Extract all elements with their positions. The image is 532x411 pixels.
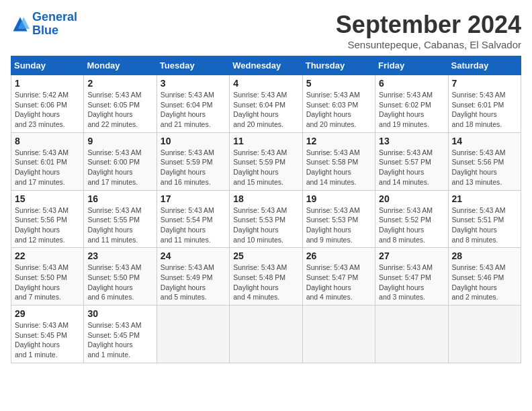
day-detail: Sunrise: 5:43 AM Sunset: 5:56 PM Dayligh… — [15, 205, 80, 245]
day-detail: Sunrise: 5:42 AM Sunset: 6:06 PM Dayligh… — [15, 90, 80, 130]
day-number: 4 — [233, 78, 298, 89]
day-detail: Sunrise: 5:43 AM Sunset: 5:49 PM Dayligh… — [161, 263, 226, 302]
header-tuesday: Tuesday — [157, 56, 229, 75]
day-detail: Sunrise: 5:43 AM Sunset: 5:47 PM Dayligh… — [306, 263, 371, 302]
day-detail: Sunrise: 5:43 AM Sunset: 6:03 PM Dayligh… — [306, 90, 371, 130]
day-number: 21 — [452, 193, 517, 204]
calendar-day-cell: 6 Sunrise: 5:43 AM Sunset: 6:02 PM Dayli… — [375, 75, 448, 133]
day-number: 14 — [452, 136, 517, 146]
day-detail: Sunrise: 5:43 AM Sunset: 5:59 PM Dayligh… — [161, 148, 226, 187]
day-number: 27 — [379, 250, 444, 261]
day-number: 28 — [452, 250, 517, 261]
header-saturday: Saturday — [448, 56, 521, 75]
day-number: 16 — [87, 193, 152, 204]
day-number: 15 — [15, 193, 80, 204]
calendar-day-cell: 30 Sunrise: 5:43 AM Sunset: 5:45 PM Dayl… — [84, 306, 157, 363]
calendar-day-cell: 9 Sunrise: 5:43 AM Sunset: 6:00 PM Dayli… — [84, 132, 157, 190]
day-number: 29 — [15, 308, 80, 319]
day-detail: Sunrise: 5:43 AM Sunset: 5:45 PM Dayligh… — [87, 320, 152, 360]
header-sunday: Sunday — [11, 56, 84, 75]
calendar-week-row: 15 Sunrise: 5:43 AM Sunset: 5:56 PM Dayl… — [11, 190, 521, 248]
title-section: September 2024 Sensuntepeque, Cabanas, E… — [336, 11, 521, 50]
calendar-day-cell: 5 Sunrise: 5:43 AM Sunset: 6:03 PM Dayli… — [302, 75, 375, 133]
day-detail: Sunrise: 5:43 AM Sunset: 6:05 PM Dayligh… — [87, 90, 152, 130]
logo-icon — [11, 15, 30, 34]
day-number: 23 — [87, 250, 152, 261]
calendar-day-cell: 1 Sunrise: 5:42 AM Sunset: 6:06 PM Dayli… — [11, 75, 84, 133]
day-detail: Sunrise: 5:43 AM Sunset: 5:53 PM Dayligh… — [306, 205, 371, 245]
empty-cell — [375, 306, 448, 363]
logo-general: General — [32, 10, 77, 24]
day-detail: Sunrise: 5:43 AM Sunset: 5:59 PM Dayligh… — [233, 148, 298, 187]
empty-cell — [302, 306, 375, 363]
calendar-day-cell: 13 Sunrise: 5:43 AM Sunset: 5:57 PM Dayl… — [375, 132, 448, 190]
calendar-day-cell: 22 Sunrise: 5:43 AM Sunset: 5:50 PM Dayl… — [11, 248, 84, 306]
empty-cell — [230, 306, 302, 363]
header-monday: Monday — [84, 56, 157, 75]
day-number: 19 — [306, 193, 371, 204]
day-number: 11 — [233, 136, 298, 146]
calendar-day-cell: 19 Sunrise: 5:43 AM Sunset: 5:53 PM Dayl… — [302, 190, 375, 248]
header-thursday: Thursday — [302, 56, 375, 75]
day-detail: Sunrise: 5:43 AM Sunset: 5:56 PM Dayligh… — [452, 148, 517, 187]
day-detail: Sunrise: 5:43 AM Sunset: 5:46 PM Dayligh… — [452, 263, 517, 302]
calendar-day-cell: 23 Sunrise: 5:43 AM Sunset: 5:50 PM Dayl… — [84, 248, 157, 306]
day-number: 5 — [306, 78, 371, 89]
day-number: 10 — [161, 136, 226, 146]
calendar-day-cell: 11 Sunrise: 5:43 AM Sunset: 5:59 PM Dayl… — [230, 132, 302, 190]
location-subtitle: Sensuntepeque, Cabanas, El Salvador — [336, 39, 521, 50]
day-detail: Sunrise: 5:43 AM Sunset: 6:01 PM Dayligh… — [452, 90, 517, 130]
day-detail: Sunrise: 5:43 AM Sunset: 6:04 PM Dayligh… — [233, 90, 298, 130]
day-number: 17 — [161, 193, 226, 204]
day-number: 25 — [233, 250, 298, 261]
calendar-day-cell: 7 Sunrise: 5:43 AM Sunset: 6:01 PM Dayli… — [448, 75, 521, 133]
calendar-table: Sunday Monday Tuesday Wednesday Thursday… — [11, 56, 521, 363]
day-number: 24 — [161, 250, 226, 261]
day-number: 18 — [233, 193, 298, 204]
day-number: 12 — [306, 136, 371, 146]
day-number: 7 — [452, 78, 517, 89]
day-detail: Sunrise: 5:43 AM Sunset: 6:00 PM Dayligh… — [87, 148, 152, 187]
calendar-header-row: Sunday Monday Tuesday Wednesday Thursday… — [11, 56, 521, 75]
day-detail: Sunrise: 5:43 AM Sunset: 5:50 PM Dayligh… — [15, 263, 80, 302]
day-number: 1 — [15, 78, 80, 89]
calendar-day-cell: 27 Sunrise: 5:43 AM Sunset: 5:47 PM Dayl… — [375, 248, 448, 306]
day-number: 3 — [161, 78, 226, 89]
day-number: 8 — [15, 136, 80, 146]
day-detail: Sunrise: 5:43 AM Sunset: 5:52 PM Dayligh… — [379, 205, 444, 245]
calendar-day-cell: 25 Sunrise: 5:43 AM Sunset: 5:48 PM Dayl… — [230, 248, 302, 306]
day-detail: Sunrise: 5:43 AM Sunset: 5:54 PM Dayligh… — [161, 205, 226, 245]
day-detail: Sunrise: 5:43 AM Sunset: 5:53 PM Dayligh… — [233, 205, 298, 245]
day-detail: Sunrise: 5:43 AM Sunset: 6:04 PM Dayligh… — [161, 90, 226, 130]
empty-cell — [157, 306, 229, 363]
month-title: September 2024 — [336, 11, 521, 39]
calendar-day-cell: 29 Sunrise: 5:43 AM Sunset: 5:45 PM Dayl… — [11, 306, 84, 363]
calendar-week-row: 29 Sunrise: 5:43 AM Sunset: 5:45 PM Dayl… — [11, 306, 521, 363]
day-number: 9 — [87, 136, 152, 146]
day-detail: Sunrise: 5:43 AM Sunset: 5:57 PM Dayligh… — [379, 148, 444, 187]
day-detail: Sunrise: 5:43 AM Sunset: 5:58 PM Dayligh… — [306, 148, 371, 187]
calendar-day-cell: 10 Sunrise: 5:43 AM Sunset: 5:59 PM Dayl… — [157, 132, 229, 190]
calendar-day-cell: 2 Sunrise: 5:43 AM Sunset: 6:05 PM Dayli… — [84, 75, 157, 133]
day-detail: Sunrise: 5:43 AM Sunset: 5:55 PM Dayligh… — [87, 205, 152, 245]
day-detail: Sunrise: 5:43 AM Sunset: 5:50 PM Dayligh… — [87, 263, 152, 302]
calendar-day-cell: 14 Sunrise: 5:43 AM Sunset: 5:56 PM Dayl… — [448, 132, 521, 190]
calendar-week-row: 1 Sunrise: 5:42 AM Sunset: 6:06 PM Dayli… — [11, 75, 521, 133]
calendar-day-cell: 18 Sunrise: 5:43 AM Sunset: 5:53 PM Dayl… — [230, 190, 302, 248]
calendar-day-cell: 26 Sunrise: 5:43 AM Sunset: 5:47 PM Dayl… — [302, 248, 375, 306]
logo: General Blue — [11, 11, 77, 38]
day-detail: Sunrise: 5:43 AM Sunset: 5:47 PM Dayligh… — [379, 263, 444, 302]
calendar-day-cell: 24 Sunrise: 5:43 AM Sunset: 5:49 PM Dayl… — [157, 248, 229, 306]
day-detail: Sunrise: 5:43 AM Sunset: 5:45 PM Dayligh… — [15, 320, 80, 360]
page-header: General Blue September 2024 Sensuntepequ… — [11, 11, 521, 50]
day-detail: Sunrise: 5:43 AM Sunset: 5:51 PM Dayligh… — [452, 205, 517, 245]
empty-cell — [448, 306, 521, 363]
day-detail: Sunrise: 5:43 AM Sunset: 6:01 PM Dayligh… — [15, 148, 80, 187]
calendar-day-cell: 15 Sunrise: 5:43 AM Sunset: 5:56 PM Dayl… — [11, 190, 84, 248]
calendar-day-cell: 17 Sunrise: 5:43 AM Sunset: 5:54 PM Dayl… — [157, 190, 229, 248]
calendar-day-cell: 28 Sunrise: 5:43 AM Sunset: 5:46 PM Dayl… — [448, 248, 521, 306]
calendar-day-cell: 4 Sunrise: 5:43 AM Sunset: 6:04 PM Dayli… — [230, 75, 302, 133]
day-number: 2 — [87, 78, 152, 89]
day-detail: Sunrise: 5:43 AM Sunset: 5:48 PM Dayligh… — [233, 263, 298, 302]
calendar-day-cell: 20 Sunrise: 5:43 AM Sunset: 5:52 PM Dayl… — [375, 190, 448, 248]
